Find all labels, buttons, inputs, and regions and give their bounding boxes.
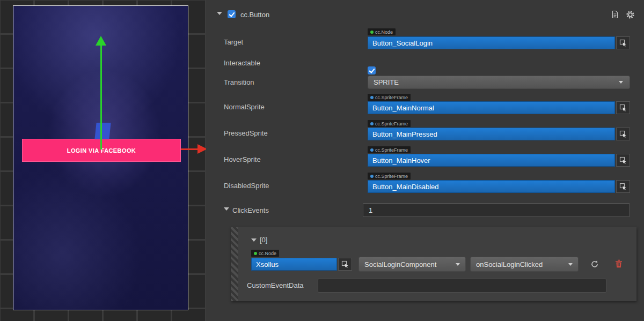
component-enabled-checkbox[interactable] <box>228 10 236 18</box>
gear-icon[interactable] <box>626 10 635 19</box>
event-component-dropdown[interactable]: SocialLoginComponent <box>358 257 466 272</box>
custom-event-data-field[interactable] <box>318 279 606 293</box>
type-badge-spriteframe: cc.SpriteFrame <box>368 120 411 127</box>
spriteframe-type-dot-icon <box>370 96 374 99</box>
x-axis-arrow-icon[interactable] <box>197 144 206 154</box>
node-type-dot-icon <box>370 31 374 34</box>
type-badge-node: cc.Node <box>368 28 396 35</box>
node-picker-icon[interactable] <box>616 154 630 167</box>
caret-down-icon <box>568 263 573 266</box>
property-label-pressedsprite: PressedSprite <box>224 129 268 137</box>
disabled-sprite-field[interactable]: Button_MainDisabled <box>368 180 615 193</box>
spriteframe-type-dot-icon <box>370 122 374 125</box>
type-badge-spriteframe: cc.SpriteFrame <box>368 94 411 101</box>
spriteframe-type-dot-icon <box>370 148 374 152</box>
node-picker-icon[interactable] <box>616 36 630 49</box>
node-picker-icon[interactable] <box>616 128 630 140</box>
node-picker-icon[interactable] <box>616 101 630 114</box>
property-label-disabledsprite: DisabledSprite <box>224 182 269 190</box>
event-item-index: [0] <box>260 236 267 244</box>
event-item-collapse-icon[interactable] <box>251 238 257 242</box>
caret-down-icon <box>456 263 460 266</box>
pressed-sprite-field[interactable]: Button_MainPressed <box>368 128 615 140</box>
clickevents-count-field[interactable]: 1 <box>363 203 630 217</box>
selection-handle[interactable] <box>94 123 111 139</box>
node-picker-icon[interactable] <box>616 180 630 193</box>
component-collapse-icon[interactable] <box>217 12 222 15</box>
scene-view[interactable]: LOGIN VIA FACEBOOK <box>0 0 206 321</box>
event-target-node-field[interactable]: Xsollus <box>251 258 337 271</box>
interactable-checkbox[interactable] <box>368 66 376 74</box>
property-label-clickevents: ClickEvents <box>232 206 269 214</box>
trash-icon[interactable] <box>615 259 623 268</box>
y-axis-gizmo[interactable] <box>100 44 102 150</box>
type-badge-spriteframe: cc.SpriteFrame <box>368 146 411 153</box>
component-title: cc.Button <box>240 11 269 19</box>
property-label-hoversprite: HoverSprite <box>224 155 261 163</box>
refresh-icon[interactable] <box>590 260 599 268</box>
target-node-field[interactable]: Button_SocialLogin <box>368 36 615 49</box>
panel-stripe-decoration <box>231 227 238 301</box>
node-type-dot-icon <box>254 252 257 255</box>
type-badge-node: cc.Node <box>251 250 279 257</box>
normal-sprite-field[interactable]: Button_MainNormal <box>368 101 615 114</box>
property-label-target: Target <box>224 38 243 46</box>
document-icon[interactable] <box>611 10 619 19</box>
spriteframe-type-dot-icon <box>370 175 374 178</box>
type-badge-spriteframe: cc.SpriteFrame <box>368 173 411 180</box>
transition-dropdown[interactable]: SPRITE <box>368 76 630 89</box>
node-picker-icon[interactable] <box>338 258 352 271</box>
custom-event-data-label: CustomEventData <box>247 281 304 289</box>
event-handler-dropdown[interactable]: onSocialLoginClicked <box>470 257 579 272</box>
clickevents-collapse-icon[interactable] <box>224 207 229 211</box>
caret-down-icon <box>619 81 623 84</box>
property-label-transition: Transition <box>224 78 254 86</box>
game-canvas: LOGIN VIA FACEBOOK <box>13 5 188 310</box>
property-label-normalsprite: NormalSprite <box>224 103 265 111</box>
inspector-panel: cc.Button Target cc.Node Button_SocialLo… <box>206 0 644 321</box>
click-event-item-panel: [0] cc.Node Xsollus SocialLoginComponent… <box>231 227 636 301</box>
hover-sprite-field[interactable]: Button_MainHover <box>368 154 615 167</box>
y-axis-arrow-icon[interactable] <box>96 36 106 46</box>
property-label-interactable: Interactable <box>224 59 260 67</box>
